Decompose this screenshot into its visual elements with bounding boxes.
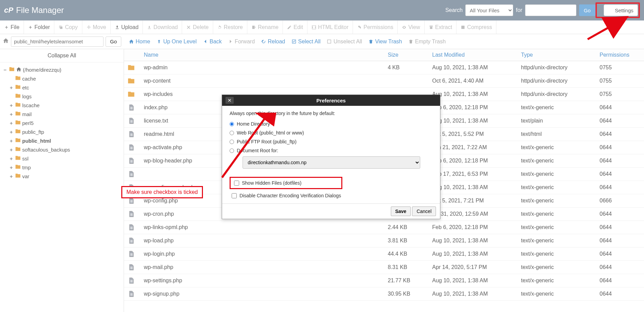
action-empty-trash[interactable]: Empty Trash (408, 39, 446, 45)
toolbar-folder[interactable]: Folder (24, 20, 54, 34)
radio-document-root[interactable]: Document Root for: (230, 146, 433, 155)
tree-item-etc[interactable]: +etc (1, 83, 122, 92)
header-permissions[interactable]: Permissions (596, 49, 644, 61)
search-input[interactable] (525, 4, 576, 16)
show-hidden-input[interactable] (234, 181, 239, 186)
search-scope-select[interactable]: All Your Files (465, 4, 513, 16)
cancel-button[interactable]: Cancel (412, 207, 436, 216)
header-size[interactable]: Size (384, 49, 429, 61)
table-row[interactable]: wp-login.php44.4 KBAug 10, 2021, 1:38 AM… (124, 247, 644, 261)
tree-item-mail[interactable]: +mail (1, 110, 122, 118)
action-reload[interactable]: Reload (261, 39, 285, 45)
radio-web-root[interactable]: Web Root (public_html or www) (230, 128, 433, 137)
tree-item-ssl[interactable]: +ssl (1, 154, 122, 163)
disable-encoding-checkbox[interactable]: Disable Character Encoding Verification … (230, 191, 433, 200)
file-icon (127, 237, 135, 244)
expand-icon[interactable]: − (3, 67, 8, 73)
action-back[interactable]: Back (203, 39, 222, 45)
file-size: 30.95 KB (384, 288, 429, 300)
table-row[interactable]: wp-signup.php30.95 KBAug 10, 2021, 1:38 … (124, 287, 644, 301)
tree-item-softaculous_backups[interactable]: +softaculous_backups (1, 145, 122, 154)
tree-item-public_ftp[interactable]: +public_ftp (1, 127, 122, 136)
logo: cP File Manager (4, 5, 64, 15)
toolbar-html-editor[interactable]: HTML Editor (307, 20, 353, 34)
tree-item-perl5[interactable]: +perl5 (1, 118, 122, 127)
folder-icon (15, 155, 21, 162)
radio-ftp-root[interactable]: Public FTP Root (public_ftp) (230, 137, 433, 146)
toolbar-rename[interactable]: Rename (247, 20, 283, 34)
tree-item-var[interactable]: +var (1, 172, 122, 181)
toolbar-file[interactable]: File (0, 20, 24, 34)
table-row[interactable]: wp-mail.php8.31 KBApr 14, 2020, 5:17 PMt… (124, 261, 644, 274)
expand-icon[interactable]: + (9, 102, 14, 108)
toolbar-extract[interactable]: Extract (425, 20, 457, 34)
disable-encoding-input[interactable] (232, 193, 237, 198)
expand-icon[interactable]: + (9, 138, 14, 144)
tree-item-lscache[interactable]: +lscache (1, 101, 122, 110)
table-row[interactable]: wp-links-opml.php2.44 KBFeb 6, 2020, 12:… (124, 221, 644, 234)
path-input[interactable] (11, 37, 104, 47)
header-modified[interactable]: Last Modified (429, 49, 518, 61)
expand-icon[interactable]: + (9, 85, 14, 90)
table-row[interactable]: wp-admin4 KBAug 10, 2021, 1:38 AMhttpd/u… (124, 61, 644, 74)
tree-item-cache[interactable]: cache (1, 74, 122, 83)
file-actions: HomeUp One LevelBackForwardReloadSelect … (124, 39, 644, 45)
expand-icon[interactable]: + (9, 120, 14, 126)
expand-icon[interactable]: + (9, 173, 14, 179)
action-home[interactable]: Home (129, 39, 150, 45)
document-root-select[interactable]: directionkathmandu.com.np (243, 156, 420, 169)
modal-close-button[interactable]: ✕ (225, 97, 234, 104)
show-hidden-files-checkbox[interactable]: Show Hidden Files (dotfiles) (232, 179, 340, 187)
action-unselect-all[interactable]: Unselect All (327, 39, 362, 45)
radio-ftp-input[interactable] (230, 140, 234, 144)
home-icon[interactable] (3, 38, 9, 45)
search-go-button[interactable]: Go (579, 4, 595, 16)
table-row[interactable]: wp-settings.php21.77 KBAug 10, 2021, 1:3… (124, 274, 644, 287)
header-type[interactable]: Type (518, 49, 596, 61)
settings-highlight-annotation: Settings (595, 2, 640, 18)
expand-icon[interactable]: + (9, 165, 14, 170)
toolbar-upload[interactable]: Upload (111, 20, 143, 34)
expand-icon[interactable]: + (9, 129, 14, 135)
toolbar-copy[interactable]: Copy (54, 20, 82, 34)
toolbar-delete[interactable]: Delete (182, 20, 213, 34)
save-button[interactable]: Save (391, 207, 411, 216)
settings-button[interactable]: Settings (604, 4, 638, 16)
file-size: 3.81 KB (384, 235, 429, 246)
file-name: wp-content (140, 75, 384, 87)
toolbar-view[interactable]: View (398, 20, 424, 34)
path-go-button[interactable]: Go (106, 37, 121, 47)
expand-icon[interactable]: + (9, 111, 14, 117)
toolbar-move[interactable]: Move (82, 20, 111, 34)
toolbar-restore[interactable]: Restore (213, 20, 247, 34)
show-hidden-highlight: Show Hidden Files (dotfiles) (230, 177, 342, 189)
tree-item-public_html[interactable]: +public_html (1, 136, 122, 145)
action-up-one-level[interactable]: Up One Level (156, 39, 197, 45)
toolbar-compress[interactable]: Compress (456, 20, 496, 34)
tree-root-label: (/home/direzzqu) (23, 67, 61, 73)
radio-doc-input[interactable] (230, 148, 234, 153)
action-select-all[interactable]: Select All (291, 39, 321, 45)
file-permissions: 0666 (596, 195, 644, 207)
file-modified: Feb 6, 2020, 12:18 PM (429, 155, 518, 167)
action-view-trash[interactable]: View Trash (368, 39, 402, 45)
table-row[interactable]: wp-contentOct 6, 2021, 4:40 AMhttpd/unix… (124, 74, 644, 88)
table-row[interactable]: wp-load.php3.81 KBAug 10, 2021, 1:38 AMt… (124, 234, 644, 247)
header-name[interactable]: Name (140, 49, 384, 61)
file-icon (127, 224, 135, 231)
action-forward[interactable]: Forward (228, 39, 255, 45)
radio-home-input[interactable] (230, 122, 234, 126)
toolbar-download[interactable]: Download (143, 20, 182, 34)
toolbar-permissions[interactable]: Permissions (353, 20, 398, 34)
toolbar-edit[interactable]: Edit (283, 20, 307, 34)
file-type: text/x-generic (518, 248, 596, 260)
expand-icon[interactable]: + (9, 156, 14, 161)
tree-item-tmp[interactable]: +tmp (1, 163, 122, 172)
cpanel-icon: cP (4, 6, 13, 15)
tree-item-logs[interactable]: logs (1, 92, 122, 101)
radio-home-directory[interactable]: Home Directory (230, 119, 433, 128)
collapse-all-button[interactable]: Collapse All (0, 49, 124, 62)
tree-root[interactable]: − (/home/direzzqu) (1, 65, 122, 74)
radio-web-input[interactable] (230, 131, 234, 135)
expand-icon[interactable]: + (9, 147, 14, 153)
